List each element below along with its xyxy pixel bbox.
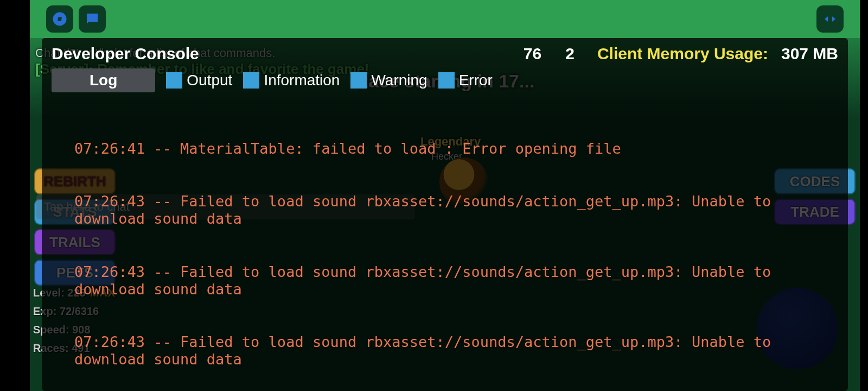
compass-icon[interactable]: [46, 5, 73, 33]
checkbox-icon: [350, 72, 367, 89]
topbar: [30, 0, 860, 38]
console-title: Developer Console: [52, 45, 199, 63]
filter-error[interactable]: Error: [438, 72, 493, 89]
checkbox-icon: [166, 72, 182, 89]
code-icon[interactable]: [816, 5, 844, 33]
console-filters: Log Output Information Warning Error: [48, 68, 841, 92]
game-viewport: Chat '/?' or '/help' for a list of chat …: [30, 0, 860, 391]
memory-usage-value: 307 MB: [781, 45, 838, 63]
console-count-a: 76: [524, 45, 541, 63]
log-entry: 07:26:41 -- MaterialTable: failed to loa…: [74, 140, 841, 157]
console-count-b: 2: [565, 45, 575, 63]
filter-information[interactable]: Information: [243, 72, 340, 89]
chat-icon[interactable]: [79, 5, 106, 33]
console-log[interactable]: 07:26:41 -- MaterialTable: failed to loa…: [48, 105, 841, 391]
memory-usage-label: Client Memory Usage:: [597, 45, 768, 63]
log-entry: 07:26:43 -- Failed to load sound rbxasse…: [74, 193, 841, 228]
filter-output[interactable]: Output: [166, 72, 232, 89]
tab-log[interactable]: Log: [52, 68, 155, 92]
checkbox-icon: [438, 72, 455, 89]
checkbox-icon: [243, 72, 259, 89]
log-entry: 07:26:43 -- Failed to load sound rbxasse…: [74, 333, 841, 368]
log-entry: 07:26:43 -- Failed to load sound rbxasse…: [74, 263, 841, 298]
developer-console: Developer Console 76 2 Client Memory Usa…: [42, 38, 848, 391]
filter-warning[interactable]: Warning: [350, 72, 427, 89]
console-header: Developer Console 76 2 Client Memory Usa…: [48, 43, 841, 68]
